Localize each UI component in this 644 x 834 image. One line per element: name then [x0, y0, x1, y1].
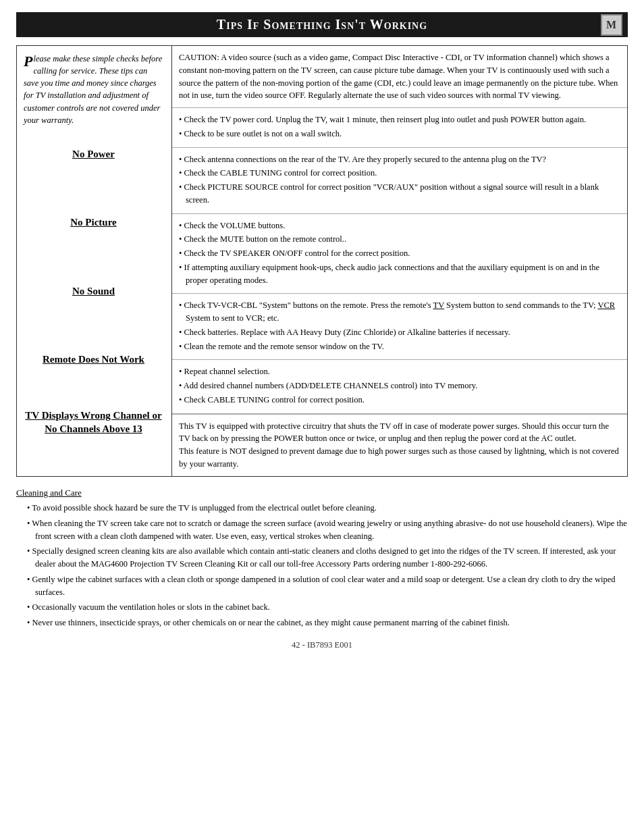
page-header: Tips If Something Isn't Working M: [16, 12, 628, 37]
cleaning-list: To avoid possible shock hazard be sure t…: [16, 502, 628, 629]
section-label-remote: Remote Does Not Work: [24, 353, 163, 367]
no-power-tips: Check the TV power cord. Unplug the TV, …: [172, 108, 627, 148]
section-label-no-picture: No Picture: [24, 216, 163, 230]
list-item: Check batteries. Replace with AA Heavy D…: [179, 326, 620, 339]
drop-cap: P: [24, 54, 32, 69]
list-item: Clean the remote and the remote sensor w…: [179, 340, 620, 353]
list-item: To avoid possible shock hazard be sure t…: [27, 502, 628, 515]
header-icon: M: [601, 14, 622, 36]
left-column: Please make these simple checks before c…: [17, 46, 172, 476]
surge-box: This TV is equipped with protective circ…: [172, 414, 627, 476]
list-item: Check the TV SPEAKER ON/OFF control for …: [179, 247, 620, 260]
list-item: Occasionally vacuum the ventilation hole…: [27, 601, 628, 614]
list-item: Never use thinners, insecticide sprays, …: [27, 617, 628, 629]
section-label-channel: TV Displays Wrong Channel or No Channels…: [24, 409, 163, 436]
list-item: Check PICTURE SOURCE control for correct…: [179, 181, 620, 207]
caution-box: CAUTION: A video source (such as a video…: [172, 46, 627, 108]
section-label-no-sound: No Sound: [24, 285, 163, 298]
footer-text: 42 - IB7893 E001: [292, 640, 352, 650]
list-item: Repeat channel selection.: [179, 365, 620, 378]
caution-text: CAUTION: A video source (such as a video…: [179, 53, 618, 100]
list-item: Check the VOLUME buttons.: [179, 219, 620, 232]
list-item: Check to be sure outlet is not on a wall…: [179, 128, 620, 140]
cleaning-title: Cleaning and Care: [16, 486, 628, 500]
list-item: If attempting auxiliary equipment hook-u…: [179, 261, 620, 287]
no-sound-tips: Check the VOLUME buttons. Check the MUTE…: [172, 214, 627, 294]
list-item: Check the MUTE button on the remote cont…: [179, 233, 620, 246]
channel-tips: Repeat channel selection. Add desired ch…: [172, 360, 627, 413]
page-footer: 42 - IB7893 E001: [16, 640, 628, 650]
list-item: Add desired channel numbers (ADD/DELETE …: [179, 380, 620, 392]
section-label-no-power: No Power: [24, 148, 163, 161]
list-item: Check the CABLE TUNING control for corre…: [179, 167, 620, 180]
header-title: Tips If Something Isn't Working: [217, 17, 427, 32]
list-item: Check TV-VCR-CBL "System" buttons on the…: [179, 299, 620, 325]
list-item: Gently wipe the cabinet surfaces with a …: [27, 573, 628, 599]
list-item: Check antenna connections on the rear of…: [179, 153, 620, 166]
no-picture-tips: Check antenna connections on the rear of…: [172, 148, 627, 214]
main-content-table: Please make these simple checks before c…: [16, 45, 628, 477]
surge-text: This TV is equipped with protective circ…: [179, 421, 619, 469]
right-column: CAUTION: A video source (such as a video…: [172, 46, 627, 476]
list-item: Check CABLE TUNING control for correct p…: [179, 394, 620, 407]
list-item: Check the TV power cord. Unplug the TV, …: [179, 113, 620, 126]
intro-text: Please make these simple checks before c…: [24, 53, 163, 126]
remote-tips: Check TV-VCR-CBL "System" buttons on the…: [172, 294, 627, 360]
list-item: Specially designed screen cleaning kits …: [27, 545, 628, 571]
cleaning-section: Cleaning and Care To avoid possible shoc…: [16, 486, 628, 629]
list-item: When cleaning the TV screen take care no…: [27, 517, 628, 543]
